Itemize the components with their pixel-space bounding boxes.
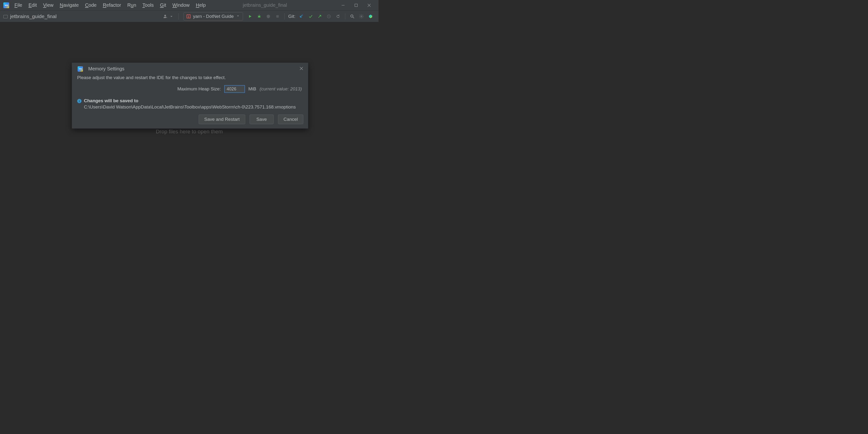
- git-label: Git:: [288, 14, 296, 19]
- search-everywhere-button[interactable]: [349, 13, 355, 20]
- heap-size-input[interactable]: [224, 85, 245, 93]
- save-button[interactable]: Save: [250, 115, 274, 124]
- maximize-button[interactable]: [353, 3, 359, 8]
- project-name[interactable]: jetbrains_guide_final: [10, 13, 57, 19]
- debug-button[interactable]: [256, 13, 262, 20]
- git-push-button[interactable]: [317, 13, 323, 20]
- menu-run[interactable]: Run: [124, 1, 139, 9]
- cancel-button[interactable]: Cancel: [278, 115, 303, 124]
- toolbar: jetbrains_guide_final yarn - DotNet Guid…: [0, 10, 378, 22]
- menu-code[interactable]: Code: [82, 1, 100, 9]
- heap-size-label: Maximum Heap Size:: [177, 86, 221, 92]
- titlebar: WS File Edit View Navigate Code Refactor…: [0, 0, 378, 10]
- git-rollback-button[interactable]: [335, 13, 341, 20]
- run-coverage-button[interactable]: [265, 13, 272, 20]
- dialog-app-icon: WS: [78, 66, 83, 72]
- window-title: jetbrains_guide_final: [189, 2, 340, 8]
- info-icon: i: [77, 99, 82, 103]
- svg-point-4: [258, 16, 260, 18]
- menu-git[interactable]: Git: [157, 1, 169, 9]
- menu-view[interactable]: View: [40, 1, 56, 9]
- run-config-label: yarn - DotNet Guide: [193, 14, 234, 19]
- svg-rect-1: [355, 4, 358, 6]
- svg-line-13: [353, 17, 354, 18]
- git-history-button[interactable]: [326, 13, 332, 20]
- app-icon: WS: [3, 2, 9, 8]
- svg-line-7: [260, 16, 261, 16]
- menu-file[interactable]: File: [11, 1, 25, 9]
- drop-files-hint: Drop files here to open them: [156, 128, 223, 135]
- chevron-down-icon: [236, 13, 240, 19]
- heap-current-value: (current value: 2013): [260, 86, 302, 92]
- save-and-restart-button[interactable]: Save and Restart: [199, 115, 245, 124]
- minimize-button[interactable]: [340, 3, 346, 8]
- run-config-icon: [187, 14, 190, 18]
- menu-refactor[interactable]: Refactor: [100, 1, 124, 9]
- run-button[interactable]: [247, 13, 253, 20]
- window-controls: [340, 3, 377, 8]
- svg-line-9: [260, 17, 261, 18]
- save-location-row: i Changes will be saved to C:\Users\Davi…: [77, 98, 303, 110]
- cwm-chevron-icon[interactable]: [168, 13, 175, 20]
- svg-line-6: [258, 16, 259, 16]
- svg-point-14: [361, 16, 362, 17]
- git-commit-button[interactable]: [307, 13, 314, 20]
- svg-point-12: [350, 15, 353, 17]
- heap-size-row: Maximum Heap Size: MiB (current value: 2…: [77, 85, 303, 93]
- menu-tools[interactable]: Tools: [140, 1, 157, 9]
- code-with-me-icon[interactable]: [162, 13, 168, 20]
- dialog-title-bar: WS Memory Settings: [72, 63, 308, 73]
- dialog-title: Memory Settings: [88, 66, 124, 72]
- stop-button[interactable]: [274, 13, 281, 20]
- project-icon: [3, 15, 8, 18]
- run-config-selector[interactable]: yarn - DotNet Guide: [184, 12, 243, 21]
- git-update-button[interactable]: [298, 13, 305, 20]
- save-location-path: C:\Users\David Watson\AppData\Local\JetB…: [84, 104, 296, 110]
- dialog-button-row: Save and Restart Save Cancel: [72, 114, 308, 128]
- save-location-heading: Changes will be saved to: [84, 98, 296, 103]
- close-button[interactable]: [367, 3, 372, 8]
- menu-edit[interactable]: Edit: [26, 1, 39, 9]
- heap-size-unit: MiB: [248, 86, 256, 92]
- menu-window[interactable]: Window: [169, 1, 192, 9]
- memory-settings-dialog: WS Memory Settings Please adjust the val…: [72, 63, 308, 128]
- dialog-close-button[interactable]: [300, 66, 303, 72]
- menu-navigate[interactable]: Navigate: [57, 1, 82, 9]
- separator: [284, 13, 285, 20]
- ide-settings-button[interactable]: [358, 13, 365, 20]
- toolbox-icon[interactable]: [368, 13, 374, 20]
- svg-rect-10: [276, 15, 279, 18]
- menu-bar: File Edit View Navigate Code Refactor Ru…: [11, 1, 209, 9]
- svg-line-8: [258, 17, 259, 18]
- dialog-instruction: Please adjust the value and restart the …: [77, 75, 303, 80]
- separator: [345, 13, 345, 20]
